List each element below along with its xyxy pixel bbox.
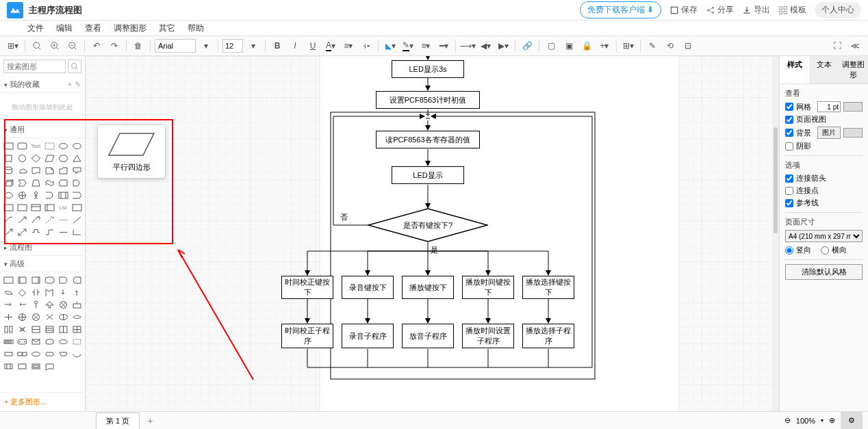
adv-shape[interactable]: [2, 299, 14, 310]
adv-shape[interactable]: [43, 287, 55, 298]
adv-shape[interactable]: [43, 274, 55, 285]
adv-shape[interactable]: [16, 336, 28, 347]
shape-diamond[interactable]: [29, 153, 42, 164]
search-shapes-input[interactable]: [3, 60, 66, 73]
connpoint-checkbox[interactable]: [785, 187, 793, 195]
adv-shape[interactable]: [71, 287, 83, 298]
lock-button[interactable]: 🔒: [579, 38, 594, 53]
grid-checkbox[interactable]: [785, 103, 793, 111]
shape-parallelogram[interactable]: [43, 153, 55, 164]
edit-fav-icon[interactable]: ✎: [75, 80, 81, 89]
shape-square[interactable]: [2, 153, 14, 164]
bg-color-swatch[interactable]: [843, 128, 863, 138]
shape-list[interactable]: List: [57, 202, 69, 213]
landscape-radio[interactable]: [821, 246, 829, 255]
reset-button[interactable]: ⟲: [663, 38, 678, 53]
shape-trapezoid[interactable]: [29, 177, 42, 188]
adv-shape[interactable]: [71, 348, 83, 359]
shape-callout[interactable]: [71, 165, 83, 176]
shape-step[interactable]: [16, 177, 28, 188]
add-page-button[interactable]: +: [142, 413, 157, 428]
zoom-fit[interactable]: [29, 38, 44, 53]
shape-bidir[interactable]: [16, 226, 28, 237]
node-playtime-sub[interactable]: 播放时间设置子程序: [462, 324, 514, 348]
favorites-section-header[interactable]: ▾我的收藏 +✎: [0, 77, 85, 93]
adv-shape[interactable]: [57, 348, 69, 359]
shape-note[interactable]: [43, 165, 55, 176]
adv-shape[interactable]: [2, 324, 14, 335]
pagesize-select[interactable]: A4 (210 mm x 297 mm): [785, 230, 863, 242]
font-family-select[interactable]: [155, 39, 196, 53]
background-checkbox[interactable]: [785, 129, 793, 137]
templates-button[interactable]: 模板: [778, 4, 806, 16]
adv-shape[interactable]: [29, 361, 42, 372]
shape-list2[interactable]: [71, 202, 83, 213]
shape-actor[interactable]: [29, 190, 42, 200]
align-button[interactable]: ≡▾: [341, 38, 356, 53]
add-fav-icon[interactable]: +: [68, 80, 72, 89]
adv-shape[interactable]: [71, 299, 83, 310]
settings-gear-button[interactable]: ⚙: [841, 412, 863, 430]
adv-shape[interactable]: [71, 274, 83, 285]
adv-shape[interactable]: [29, 299, 42, 310]
zoom-in[interactable]: [47, 38, 62, 53]
menu-edit[interactable]: 编辑: [56, 23, 73, 34]
download-client-button[interactable]: 免费下载客户端 ⬇: [580, 1, 661, 18]
node-record-sub[interactable]: 录音子程序: [342, 324, 394, 348]
collapse-right-button[interactable]: ≪: [847, 38, 863, 53]
bold-button[interactable]: B: [270, 38, 285, 53]
shape-conn3[interactable]: [57, 226, 69, 237]
clear-style-button[interactable]: 清除默认风格: [785, 264, 863, 280]
node-time-sub[interactable]: 时间校正子程序: [281, 324, 333, 348]
decision-key-pressed[interactable]: 是否有键按下?: [368, 208, 488, 242]
shape-ellipse[interactable]: [57, 140, 69, 151]
shape-hcontainer[interactable]: [29, 202, 42, 213]
font-dropdown-icon[interactable]: ▾: [199, 38, 214, 53]
shape-step2[interactable]: [71, 190, 83, 200]
italic-button[interactable]: I: [288, 38, 303, 53]
shape-rounded-rect[interactable]: [16, 140, 28, 151]
canvas-scrollbar[interactable]: [772, 56, 779, 411]
zoom-out[interactable]: [65, 38, 80, 53]
adv-shape[interactable]: [29, 336, 42, 347]
shape-cylinder[interactable]: [2, 165, 14, 176]
node-time-key[interactable]: 时间校正键按下: [281, 276, 333, 299]
adv-shape[interactable]: [2, 336, 14, 347]
canvas-area[interactable]: LED显示3s 设置PCF8563计时初值 读PCF8563各寄存器的值 LED…: [86, 56, 779, 411]
shadow-checkbox[interactable]: [785, 142, 793, 151]
adv-shape[interactable]: [16, 348, 28, 359]
node-led-display[interactable]: LED显示: [392, 166, 464, 184]
shape-process[interactable]: [57, 190, 69, 200]
shape-tape[interactable]: [43, 177, 55, 188]
shape-and[interactable]: [71, 177, 83, 188]
shape-hexagon[interactable]: [57, 153, 69, 164]
edit-style-button[interactable]: ✎: [645, 38, 660, 53]
connarrow-checkbox[interactable]: [785, 174, 793, 183]
node-playselect-key[interactable]: 播放选择键按下: [522, 276, 574, 299]
adv-shape[interactable]: [43, 336, 55, 347]
shape-card[interactable]: [57, 177, 69, 188]
grid-size-input[interactable]: [817, 101, 841, 112]
delete-button[interactable]: 🗑: [131, 38, 146, 53]
shape-line[interactable]: [71, 214, 83, 225]
adv-shape[interactable]: [29, 348, 42, 359]
node-record-key[interactable]: 录音键按下: [342, 276, 394, 299]
shape-conn4[interactable]: [71, 226, 83, 237]
adv-shape[interactable]: [43, 361, 55, 372]
adv-shape[interactable]: [57, 299, 69, 310]
more-shapes-button[interactable]: + 更多图形...: [0, 392, 85, 411]
shape-textbox[interactable]: [43, 140, 55, 151]
shape-container2[interactable]: [16, 202, 28, 213]
fullscreen-button[interactable]: ⛶: [830, 38, 845, 53]
adv-shape[interactable]: [16, 274, 28, 285]
adv-shape[interactable]: [57, 336, 69, 347]
shape-ellipse2[interactable]: [71, 140, 83, 151]
adv-shape[interactable]: [16, 299, 28, 310]
node-playselect-sub[interactable]: 播放选择子程序: [522, 324, 574, 348]
shape-cube[interactable]: [2, 177, 14, 188]
adv-shape[interactable]: [2, 311, 14, 322]
user-button[interactable]: 个人中心: [815, 2, 861, 18]
redo-button[interactable]: ↷: [107, 38, 122, 53]
flowchart-section-header[interactable]: ▸流程图: [0, 239, 85, 256]
shape-dotted[interactable]: [57, 214, 69, 225]
